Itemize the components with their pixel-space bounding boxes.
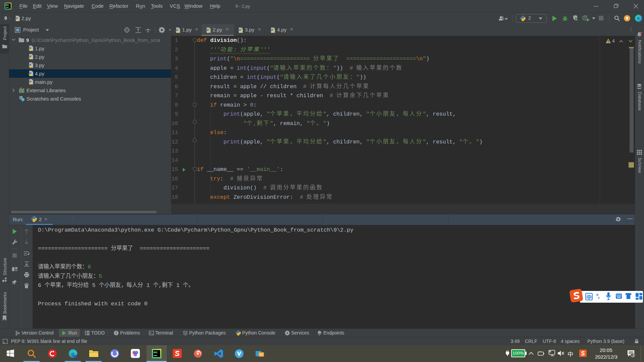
svg-text:PC: PC — [154, 351, 158, 354]
svg-text:PC: PC — [6, 4, 9, 6]
svg-text:1: 1 — [632, 353, 634, 357]
